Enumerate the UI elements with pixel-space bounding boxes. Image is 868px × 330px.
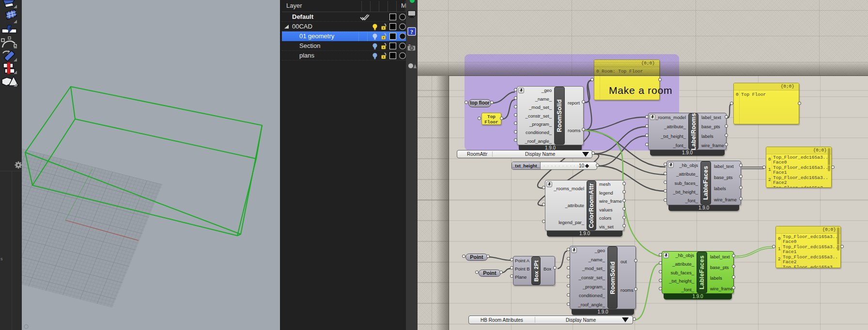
svg-text:?: ? [410,29,413,35]
